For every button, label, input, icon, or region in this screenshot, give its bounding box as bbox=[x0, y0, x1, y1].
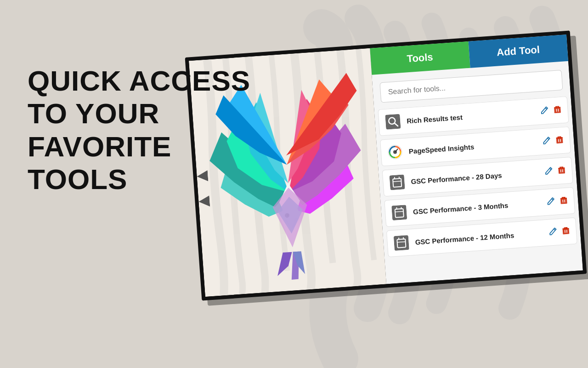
tool-name-gsc28: GSC Performance - 28 Days bbox=[411, 168, 544, 185]
svg-rect-37 bbox=[556, 138, 563, 144]
tab-tools-label: Tools bbox=[407, 51, 434, 65]
tool-icon-pagespeed bbox=[386, 143, 404, 161]
delete-button-gsc12m[interactable] bbox=[561, 225, 571, 237]
hero-line4: TOOLS bbox=[28, 163, 250, 196]
svg-rect-55 bbox=[394, 235, 409, 251]
tool-icon-rich-results bbox=[384, 113, 401, 130]
tool-icon-gsc28 bbox=[388, 173, 406, 191]
hero-line2: TO YOUR bbox=[28, 97, 250, 130]
tool-name-rich-results: Rich Results test bbox=[407, 108, 540, 125]
tool-name-gsc12m: GSC Performance - 12 Months bbox=[415, 229, 548, 246]
tool-icon-gsc12m bbox=[393, 234, 410, 252]
edit-button-pagespeed[interactable] bbox=[542, 135, 552, 147]
svg-rect-58 bbox=[562, 228, 569, 234]
svg-rect-30 bbox=[554, 107, 561, 113]
tool-name-pagespeed: PageSpeed Insights bbox=[408, 138, 542, 155]
tool-icon-gsc3m bbox=[390, 204, 408, 221]
tool-actions bbox=[546, 195, 569, 208]
tool-actions bbox=[544, 165, 567, 178]
edit-button-gsc3m[interactable] bbox=[546, 196, 556, 208]
svg-line-38 bbox=[556, 138, 563, 138]
svg-line-52 bbox=[560, 198, 567, 198]
tool-name-gsc3m: GSC Performance - 3 Months bbox=[413, 198, 547, 215]
hero-text: QUICK ACCESS TO YOUR FAVORITE TOOLS bbox=[28, 64, 250, 196]
tab-add-tool-label: Add Tool bbox=[496, 44, 540, 58]
delete-button-gsc28[interactable] bbox=[557, 165, 567, 177]
svg-line-59 bbox=[562, 228, 569, 229]
tool-actions bbox=[548, 225, 571, 238]
svg-line-45 bbox=[558, 167, 565, 168]
tool-actions bbox=[540, 104, 563, 117]
edit-button-gsc28[interactable] bbox=[544, 166, 554, 178]
svg-rect-44 bbox=[558, 167, 565, 173]
tool-actions bbox=[542, 134, 565, 147]
edit-button-gsc12m[interactable] bbox=[548, 226, 558, 238]
delete-button-gsc3m[interactable] bbox=[559, 195, 569, 207]
svg-rect-41 bbox=[390, 174, 405, 190]
hero-line1: QUICK ACCESS bbox=[28, 64, 250, 97]
svg-rect-27 bbox=[385, 114, 401, 130]
delete-button-rich-results[interactable] bbox=[553, 104, 563, 116]
tools-panel: Tools Add Tool bbox=[370, 34, 583, 284]
search-input[interactable] bbox=[379, 70, 563, 103]
edit-button-rich-results[interactable] bbox=[540, 105, 550, 117]
svg-rect-48 bbox=[391, 205, 407, 220]
delete-button-pagespeed[interactable] bbox=[554, 134, 565, 146]
svg-line-31 bbox=[554, 107, 560, 108]
tool-list: Rich Results test bbox=[374, 96, 582, 284]
hero-line3: FAVORITE bbox=[28, 130, 250, 163]
svg-rect-51 bbox=[560, 198, 567, 204]
